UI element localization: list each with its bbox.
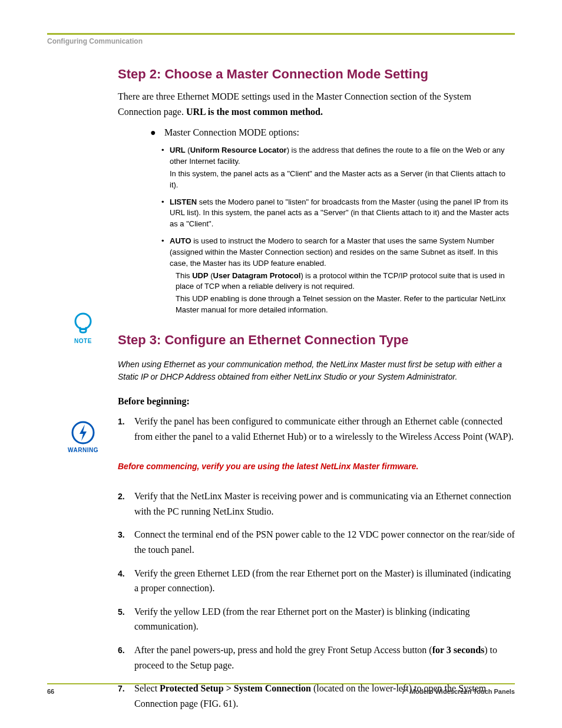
warning-label: WARNING xyxy=(65,447,101,453)
footer-title: 7" Modero Widescreen Touch Panels xyxy=(401,688,515,695)
step-item-3: Connect the terminal end of the PSN powe… xyxy=(118,527,515,557)
lightning-icon xyxy=(70,420,96,446)
step-item-1: Verify the panel has been configured to … xyxy=(118,414,515,444)
mode-auto-item: AUTO is used to instruct the Modero to s… xyxy=(164,236,515,316)
step6-pre: After the panel powers-up, press and hol… xyxy=(134,645,432,655)
breadcrumb: Configuring Communication xyxy=(47,37,515,45)
mode-url-cont: In this system, the panel acts as a "Cli… xyxy=(170,169,515,191)
warning-text: Before commencing, verify you are using … xyxy=(118,462,515,471)
before-beginning: Before beginning: xyxy=(118,396,515,407)
udp-paren: ( xyxy=(209,271,213,280)
bullet-icon: ● xyxy=(150,127,162,138)
step2-heading: Step 2: Choose a Master Connection Mode … xyxy=(118,67,515,82)
step-item-6: After the panel powers-up, press and hol… xyxy=(118,643,515,673)
step3-heading: Step 3: Configure an Ethernet Connection… xyxy=(118,332,515,348)
mode-auto-udp-cont: This UDP enabling is done through a Teln… xyxy=(176,294,515,316)
step2-intro: There are three Ethernet MODE settings u… xyxy=(118,89,515,119)
page-footer: 66 7" Modero Widescreen Touch Panels xyxy=(47,683,515,695)
step2-options-label: Master Connection MODE xyxy=(164,127,266,137)
note-text: When using Ethernet as your communicatio… xyxy=(118,358,515,383)
steps-list-continued: Verify that the NetLinx Master is receiv… xyxy=(118,489,515,711)
step6-bold: for 3 seconds xyxy=(432,645,485,655)
udp-pre: This xyxy=(176,271,192,280)
udp-expansion: User Datagram Protocol xyxy=(213,271,301,280)
warning-callout: WARNING xyxy=(65,420,101,453)
mode-url-expansion: Uniform Resource Locator xyxy=(190,146,287,154)
note-label: NOTE xyxy=(65,338,101,344)
page-number: 66 xyxy=(47,688,54,695)
lightbulb-icon xyxy=(70,311,96,337)
step2-sub-list: URL (Uniform Resource Locator) is the ad… xyxy=(164,145,515,316)
mode-listen-desc: sets the Modero panel to "listen" for br… xyxy=(170,197,509,229)
note-callout: NOTE xyxy=(65,311,101,344)
step-item-2: Verify that the NetLinx Master is receiv… xyxy=(118,489,515,519)
step2-options-label-post: options: xyxy=(266,127,299,137)
mode-url-item: URL (Uniform Resource Locator) is the ad… xyxy=(164,145,515,190)
step-item-5: Verify the yellow LED (from the rear Eth… xyxy=(118,604,515,634)
mode-auto-label: AUTO xyxy=(170,236,191,245)
mode-listen-item: LISTEN sets the Modero panel to "listen"… xyxy=(164,197,515,230)
paren-close: ) xyxy=(287,146,292,154)
step-item-4: Verify the green Ethernet LED (from the … xyxy=(118,566,515,596)
top-rule xyxy=(47,33,515,35)
steps-list: Verify the panel has been configured to … xyxy=(118,414,515,444)
step2-options-line: ● Master Connection MODE options: xyxy=(150,127,515,138)
step2-intro-bold: URL is the most common method. xyxy=(186,107,323,117)
mode-auto-udp: This UDP (User Datagram Protocol) is a p… xyxy=(176,271,515,293)
udp-bold: UDP xyxy=(192,271,208,280)
paren-open: ( xyxy=(186,146,190,154)
mode-url-label: URL xyxy=(170,146,186,154)
svg-point-0 xyxy=(75,314,91,329)
mode-auto-desc: is used to instruct the Modero to search… xyxy=(170,236,498,268)
mode-listen-label: LISTEN xyxy=(170,197,197,206)
